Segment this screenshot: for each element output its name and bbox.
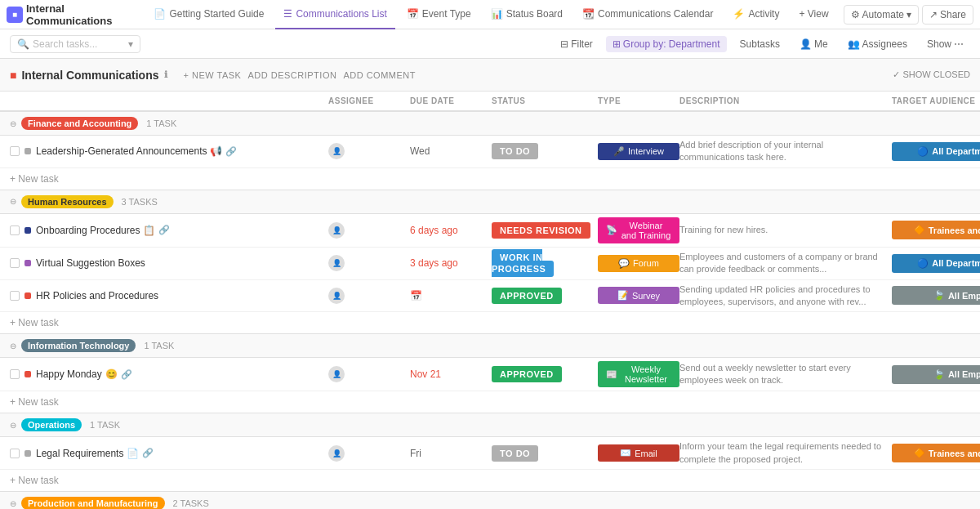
add-comment-button[interactable]: ADD COMMENT (343, 70, 416, 80)
target-badge: 🔵All Department Heads (892, 254, 980, 273)
target-audience-cell: 🍃All Employees (892, 365, 980, 384)
description-cell: Send out a weekly newsletter to start ev… (679, 362, 892, 387)
status-badge: APPROVED (492, 288, 562, 304)
due-date-cell: 3 days ago (410, 257, 492, 269)
show-closed-button[interactable]: ✓ SHOW CLOSED (893, 69, 970, 80)
description-cell: Employees and customers of a company or … (679, 251, 892, 276)
col-assignee: ASSIGNEE (328, 96, 410, 105)
task-color-dot (24, 371, 31, 377)
new-task-hr[interactable]: + New task (0, 312, 980, 333)
status-badge: TO DO (492, 143, 538, 159)
collapse-icon[interactable]: ⊖ (10, 499, 16, 508)
assignee-cell: 👤 (328, 445, 410, 462)
type-cell: 📝Survey (598, 287, 679, 304)
avatar: 👤 (328, 222, 345, 239)
task-name-cell: Onboarding Procedures 📋 🔗 (10, 225, 328, 236)
due-date-cell: 📅 (410, 290, 492, 301)
type-cell: 📡Webinar and Training (598, 217, 679, 243)
group-header-hr: ⊖ Human Resources 3 TASKS (0, 190, 980, 214)
group-badge-prod: Production and Manufacturing (21, 497, 165, 509)
task-name[interactable]: Happy Monday 😊 🔗 (36, 368, 132, 380)
task-name[interactable]: HR Policies and Procedures (36, 290, 158, 301)
tab-calendar[interactable]: 📆 Communications Calendar (574, 0, 721, 29)
task-checkbox[interactable] (10, 449, 20, 458)
collapse-icon[interactable]: ⊖ (10, 119, 16, 128)
task-color-dot (24, 227, 31, 234)
collapse-icon[interactable]: ⊖ (10, 421, 16, 430)
status-badge: TO DO (492, 445, 538, 462)
task-name[interactable]: Virtual Suggestion Boxes (36, 257, 145, 269)
calendar-icon: 📆 (582, 8, 595, 20)
activity-icon: ⚡ (733, 8, 745, 20)
assignee-cell: 👤 (328, 222, 410, 239)
due-date-cell: Fri (410, 448, 492, 459)
col-due-date: DUE DATE (410, 96, 492, 105)
assignee-cell: 👤 (328, 366, 410, 382)
group-by-button[interactable]: ⊞ Group by: Department (606, 36, 727, 52)
automate-button[interactable]: ⚙ Automate ▾ (844, 5, 919, 25)
target-badge: 🍃All Employees (892, 286, 980, 305)
task-checkbox[interactable] (10, 225, 20, 235)
type-badge: 📡Webinar and Training (598, 217, 679, 243)
status-badge: WORK IN PROGRESS (492, 249, 554, 277)
col-status: STATUS (492, 96, 598, 105)
task-checkbox[interactable] (10, 369, 20, 379)
search-input[interactable]: 🔍 Search tasks... ▾ (10, 35, 140, 53)
tab-view-add[interactable]: + View (791, 0, 836, 29)
collapse-icon[interactable]: ⊖ (10, 197, 16, 206)
tab-activity[interactable]: ⚡ Activity (724, 0, 787, 29)
new-task-button[interactable]: + NEW TASK (184, 70, 242, 80)
new-task-ops[interactable]: + New task (0, 470, 980, 491)
info-icon: ℹ (164, 69, 167, 80)
show-button[interactable]: Show ⋯ (920, 36, 970, 52)
task-name[interactable]: Leadership-Generated Announcements 📢 🔗 (36, 145, 237, 157)
tab-getting-started[interactable]: 📄 Getting Started Guide (145, 0, 272, 29)
emoji-icon: 📢 (210, 145, 222, 157)
group-icon: ⊞ (612, 38, 621, 50)
filter-button[interactable]: ⊟ Filter (554, 36, 599, 52)
new-task-finance[interactable]: + New task (0, 168, 980, 190)
link-icon: 🔗 (225, 146, 237, 157)
task-checkbox[interactable] (10, 291, 20, 301)
group-badge-it: Information Technology (21, 339, 136, 352)
new-task-it[interactable]: + New task (0, 391, 980, 413)
type-badge: 🎤Interview (598, 143, 679, 160)
status-badge: NEEDS REVISION (492, 222, 590, 239)
tab-event-type[interactable]: 📅 Event Type (399, 0, 479, 29)
tab-communications-list[interactable]: ☰ Communications List (275, 0, 394, 29)
due-date-cell: Nov 21 (410, 368, 492, 380)
assignee-cell: 👤 (328, 288, 410, 304)
target-badge: 🔶Trainees and New Hires (892, 221, 980, 239)
group-header-prod: ⊖ Production and Manufacturing 2 TASKS (0, 491, 980, 509)
group-header-ops: ⊖ Operations 1 TASK (0, 413, 980, 437)
type-cell: 💬Forum (598, 255, 679, 272)
tab-status-board[interactable]: 📊 Status Board (483, 0, 571, 29)
task-name[interactable]: Legal Requirements 📄 🔗 (36, 448, 154, 459)
me-button[interactable]: 👤 Me (793, 36, 835, 52)
assignees-button[interactable]: 👥 Assignees (841, 36, 914, 52)
collapse-icon[interactable]: ⊖ (10, 342, 16, 350)
app-title: Internal Communications (26, 2, 136, 27)
event-icon: 📅 (407, 8, 419, 20)
task-color-dot (24, 292, 31, 299)
task-name[interactable]: Onboarding Procedures 📋 🔗 (36, 225, 170, 236)
task-checkbox[interactable] (10, 258, 20, 268)
top-nav: ■ Internal Communications 📄 Getting Star… (0, 0, 980, 29)
group-badge-ops: Operations (21, 418, 82, 431)
subtasks-button[interactable]: Subtasks (733, 36, 786, 52)
emoji-icon: 📋 (143, 225, 155, 236)
task-name-cell: Leadership-Generated Announcements 📢 🔗 (10, 145, 328, 157)
target-audience-cell: 🔵All Department Heads (892, 142, 980, 161)
table-row: Happy Monday 😊 🔗 👤 Nov 21 APPROVED 📰Week… (0, 358, 980, 391)
ellipsis-icon: ⋯ (954, 38, 964, 50)
type-badge: 📰Weekly Newsletter (598, 361, 679, 387)
task-color-dot (24, 450, 31, 457)
table-row: Virtual Suggestion Boxes 👤 3 days ago WO… (0, 248, 980, 280)
task-checkbox[interactable] (10, 146, 20, 156)
add-description-button[interactable]: ADD DESCRIPTION (247, 70, 336, 80)
description-cell: Sending updated HR policies and procedur… (679, 284, 892, 309)
table-row: Legal Requirements 📄 🔗 👤 Fri TO DO ✉️Ema… (0, 437, 980, 470)
share-button[interactable]: ↗ Share (922, 5, 973, 25)
assignees-icon: 👥 (848, 38, 860, 50)
task-name-cell: Happy Monday 😊 🔗 (10, 368, 328, 380)
